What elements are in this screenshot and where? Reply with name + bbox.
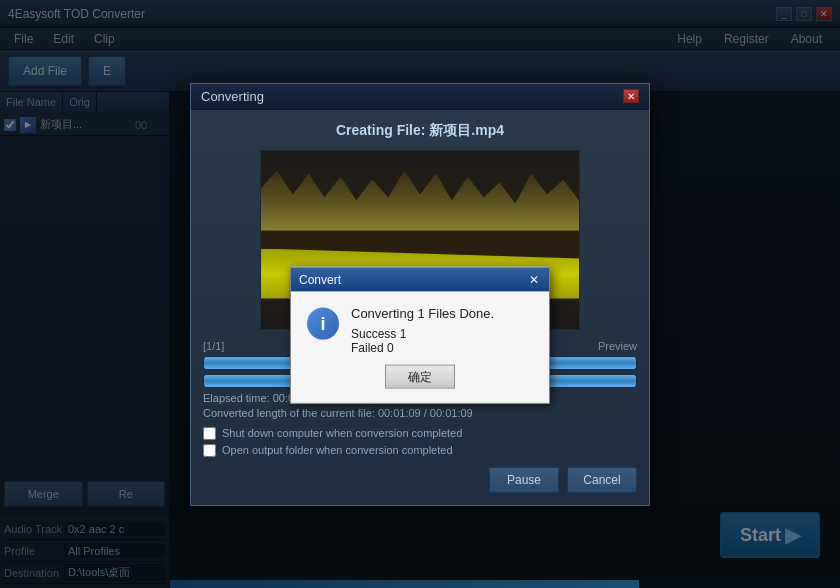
- pause-button[interactable]: Pause: [489, 467, 559, 493]
- converting-overlay: Converting ✕ Creating File: 新项目.mp4 [1/1…: [0, 0, 840, 588]
- converting-dialog-title: Converting: [201, 89, 264, 104]
- convert-inner-dialog: Convert ✕ i Converting 1 Files Done. Suc…: [290, 267, 550, 404]
- convert-inner-close-button[interactable]: ✕: [527, 274, 541, 286]
- convert-done-text: Converting 1 Files Done.: [351, 306, 533, 321]
- convert-inner-title-bar: Convert ✕: [291, 268, 549, 292]
- creating-file-label: Creating File: 新项目.mp4: [203, 122, 637, 140]
- converting-dialog-buttons: Pause Cancel: [203, 467, 637, 493]
- shutdown-checkbox-row: Shut down computer when conversion compl…: [203, 427, 637, 440]
- progress-label-left: [1/1]: [203, 340, 224, 352]
- converting-dialog: Converting ✕ Creating File: 新项目.mp4 [1/1…: [190, 83, 650, 506]
- open-folder-checkbox-row: Open output folder when conversion compl…: [203, 444, 637, 457]
- convert-failed-text: Failed 0: [351, 341, 533, 355]
- info-icon: i: [307, 308, 339, 340]
- open-folder-checkbox[interactable]: [203, 444, 216, 457]
- shutdown-checkbox[interactable]: [203, 427, 216, 440]
- converted-length-info: Converted length of the current file: 00…: [203, 407, 637, 419]
- convert-inner-body: i Converting 1 Files Done. Success 1 Fai…: [291, 292, 549, 403]
- shutdown-label: Shut down computer when conversion compl…: [222, 427, 462, 439]
- cancel-button[interactable]: Cancel: [567, 467, 637, 493]
- convert-message-area: Converting 1 Files Done. Success 1 Faile…: [351, 306, 533, 355]
- open-folder-label: Open output folder when conversion compl…: [222, 444, 453, 456]
- app-window: 4Easysoft TOD Converter _ □ ✕ File Edit …: [0, 0, 840, 588]
- convert-inner-title-text: Convert: [299, 273, 341, 287]
- convert-inner-top: i Converting 1 Files Done. Success 1 Fai…: [307, 306, 533, 355]
- video-torn-top: [261, 171, 579, 231]
- converting-title-bar: Converting ✕: [191, 84, 649, 110]
- convert-success-text: Success 1: [351, 327, 533, 341]
- progress-label-right: Preview: [598, 340, 637, 352]
- convert-ok-button[interactable]: 确定: [385, 365, 455, 389]
- converting-close-button[interactable]: ✕: [623, 89, 639, 103]
